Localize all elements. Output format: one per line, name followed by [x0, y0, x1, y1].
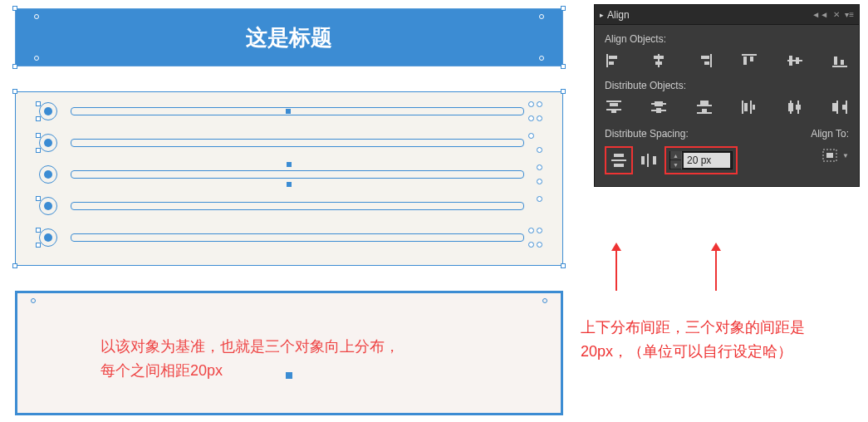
anchor-point[interactable] [528, 101, 534, 107]
dropdown-arrow-icon[interactable]: ▼ [842, 152, 849, 159]
anchor-point[interactable] [537, 196, 542, 202]
svg-rect-15 [832, 66, 847, 67]
bbox-handle[interactable] [36, 243, 41, 248]
bbox-handle[interactable] [561, 64, 566, 69]
anchor-point[interactable] [528, 242, 534, 248]
align-objects-label: Align Objects: [605, 33, 849, 45]
bbox-handle[interactable] [36, 228, 41, 233]
align-bottom-icon[interactable] [831, 52, 849, 70]
bbox-handle[interactable] [36, 133, 41, 138]
bbox-handle[interactable] [36, 148, 41, 153]
anchor-point[interactable] [537, 115, 542, 121]
svg-rect-45 [641, 156, 645, 164]
anchor-point[interactable] [537, 179, 542, 184]
align-to-selection-icon[interactable] [821, 146, 839, 164]
align-left-icon[interactable] [605, 52, 623, 70]
svg-rect-13 [789, 56, 792, 66]
list-row[interactable] [39, 135, 539, 150]
svg-rect-49 [826, 153, 833, 158]
row-bar [71, 233, 524, 242]
panel-collapse-icon[interactable]: ◄◄ [812, 10, 828, 19]
header-title: 这是标题 [246, 23, 332, 52]
center-handle[interactable] [286, 372, 292, 379]
bbox-handle[interactable] [561, 89, 566, 94]
row-bullet-icon [39, 197, 57, 215]
selection-marker [539, 56, 544, 61]
list-group[interactable] [15, 91, 563, 266]
svg-rect-18 [606, 101, 621, 102]
center-handle[interactable] [287, 162, 292, 167]
distribute-spacing-label: Distribute Spacing: [605, 128, 738, 140]
svg-rect-14 [796, 57, 799, 64]
anchor-point[interactable] [528, 115, 534, 121]
distribute-left-icon[interactable] [740, 98, 758, 116]
svg-rect-41 [842, 105, 846, 110]
svg-rect-44 [614, 164, 624, 167]
bbox-handle[interactable] [12, 263, 17, 268]
center-handle[interactable] [287, 182, 292, 187]
distribute-hcenter-icon[interactable] [786, 98, 804, 116]
horizontal-distribute-space-icon[interactable] [640, 151, 658, 169]
svg-rect-20 [606, 109, 621, 110]
panel-close-icon[interactable]: ✕ [833, 10, 840, 19]
svg-rect-43 [611, 159, 626, 161]
row-bar [71, 139, 524, 147]
arrow-to-spacing-value [715, 249, 717, 291]
selection-marker [34, 14, 39, 19]
bottom-group[interactable]: 以该对象为基准，也就是三个对象向上分布， 每个之间相距20px [15, 291, 563, 415]
bbox-handle[interactable] [36, 196, 41, 201]
svg-rect-29 [702, 109, 707, 112]
align-panel[interactable]: ▸ Align ◄◄ ✕ ▾≡ Align Objects: Distribut… [594, 4, 860, 187]
distribute-objects-label: Distribute Objects: [605, 80, 849, 91]
svg-rect-35 [788, 103, 793, 111]
bbox-handle[interactable] [12, 89, 17, 94]
vertical-distribute-space-icon[interactable] [610, 151, 628, 169]
panel-menu-icon[interactable]: ▾≡ [845, 10, 854, 19]
bbox-handle[interactable] [36, 116, 41, 121]
anchor-point[interactable] [537, 164, 542, 170]
anchor-point[interactable] [537, 228, 542, 233]
list-row[interactable] [39, 230, 539, 245]
svg-rect-5 [655, 61, 662, 65]
bbox-handle[interactable] [36, 101, 41, 106]
spacing-value-input[interactable] [684, 153, 730, 168]
spacing-stepper[interactable]: ▲▼ [670, 151, 682, 169]
anchor-point[interactable] [537, 242, 542, 248]
svg-rect-26 [697, 105, 712, 106]
distribute-right-icon[interactable] [831, 98, 849, 116]
align-right-icon[interactable] [695, 52, 714, 70]
svg-rect-30 [742, 101, 743, 114]
svg-rect-25 [656, 108, 661, 113]
align-vcenter-icon[interactable] [786, 52, 804, 70]
list-row[interactable] [39, 167, 539, 182]
selection-marker [34, 56, 39, 61]
svg-rect-27 [700, 101, 709, 105]
svg-rect-4 [654, 56, 664, 59]
canvas-area: 这是标题 [15, 8, 563, 415]
svg-rect-17 [841, 60, 844, 65]
list-row[interactable] [39, 199, 539, 213]
anchor-point[interactable] [537, 147, 542, 153]
distribute-vcenter-icon[interactable] [650, 98, 668, 116]
align-to-label: Align To: [811, 128, 849, 140]
group-center-marker [286, 109, 291, 114]
bbox-handle[interactable] [12, 64, 17, 69]
panel-header[interactable]: ▸ Align ◄◄ ✕ ▾≡ [595, 5, 859, 25]
bbox-handle[interactable] [561, 6, 566, 11]
align-top-icon[interactable] [740, 52, 758, 70]
svg-rect-1 [609, 56, 617, 59]
anchor-point[interactable] [528, 133, 534, 139]
anchor-point[interactable] [528, 228, 534, 233]
row-bullet-icon [39, 165, 57, 184]
distribute-top-icon[interactable] [605, 98, 623, 116]
collapse-icon[interactable]: ▸ [600, 11, 604, 19]
distribute-bottom-icon[interactable] [695, 98, 714, 116]
bbox-handle[interactable] [12, 6, 17, 11]
anchor-point[interactable] [537, 101, 542, 107]
selection-marker [542, 298, 547, 303]
align-hcenter-icon[interactable] [650, 52, 668, 70]
header-group[interactable]: 这是标题 [15, 8, 563, 66]
svg-rect-40 [846, 101, 847, 114]
bbox-handle[interactable] [561, 263, 566, 268]
svg-rect-10 [743, 56, 747, 65]
